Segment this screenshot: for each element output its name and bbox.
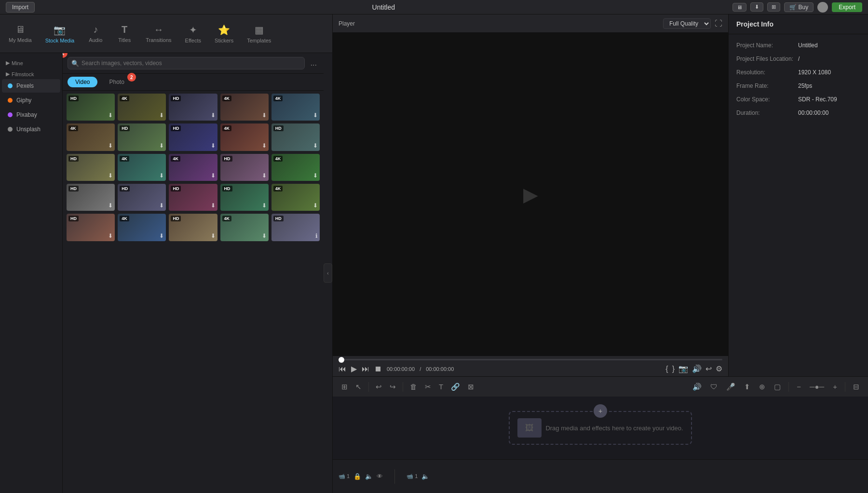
media-thumb-3[interactable]: 4K⬇ [220, 94, 269, 121]
monitor-icon-btn[interactable]: 🖥 [732, 3, 746, 12]
download-icon-20[interactable]: ⬇ [108, 233, 113, 239]
media-thumb-20[interactable]: HD⬇ [67, 214, 115, 241]
mark-out-button[interactable]: } [672, 365, 675, 373]
tool-link-button[interactable]: 🔗 [448, 381, 463, 393]
download-icon-19[interactable]: ⬇ [313, 202, 318, 209]
media-thumb-1[interactable]: 4K⬇ [118, 94, 166, 121]
media-thumb-0[interactable]: HD⬇ [67, 94, 115, 121]
sidebar-item-unsplash[interactable]: Unsplash [2, 123, 60, 136]
download-icon-13[interactable]: ⬇ [262, 172, 267, 179]
filter-tab-video[interactable]: Video [68, 77, 97, 87]
tab-effects[interactable]: ✦ Effects [178, 20, 208, 47]
media-thumb-10[interactable]: HD⬇ [67, 154, 115, 181]
download-icon-btn[interactable]: ⬇ [750, 2, 763, 12]
download-icon-23[interactable]: ⬇ [262, 233, 267, 239]
download-icon-7[interactable]: ⬇ [211, 142, 216, 149]
more-options-icon[interactable]: ... [309, 59, 319, 68]
download-icon-10[interactable]: ⬇ [108, 172, 113, 179]
audio-button[interactable]: 🔊 [692, 364, 702, 373]
media-thumb-5[interactable]: 4K⬇ [67, 123, 115, 151]
media-thumb-17[interactable]: HD⬇ [169, 184, 217, 211]
tool-view-toggle-button[interactable]: ⊟ [850, 381, 862, 393]
timeline-thumb[interactable] [339, 357, 344, 363]
sidebar-item-giphy[interactable]: Giphy [2, 94, 60, 107]
media-thumb-7[interactable]: HD⬇ [169, 123, 217, 151]
mark-in-button[interactable]: { [665, 365, 668, 373]
tool-connect-button[interactable]: ⊕ [756, 381, 768, 393]
tab-audio[interactable]: ♪ Audio [81, 20, 110, 47]
player-timeline[interactable] [339, 359, 722, 360]
play-button[interactable]: ▶ [351, 364, 357, 373]
download-icon-17[interactable]: ⬇ [211, 202, 216, 209]
grid-icon-btn[interactable]: ⊞ [767, 2, 780, 12]
download-icon-11[interactable]: ⬇ [159, 172, 164, 179]
import-button[interactable]: Import [6, 2, 35, 13]
download-icon-21[interactable]: ⬇ [159, 233, 164, 239]
tab-my-media[interactable]: 🖥 My Media [2, 20, 39, 47]
collapse-sidebar-button[interactable]: ‹ [324, 263, 332, 283]
media-thumb-23[interactable]: 4K⬇ [220, 214, 269, 241]
skip-back-button[interactable]: ⏮ [339, 365, 346, 373]
fullscreen-icon[interactable]: ⛶ [715, 19, 722, 28]
tool-overlay-button[interactable]: ⬆ [741, 381, 753, 393]
tool-zoom-out-button[interactable]: − [794, 381, 804, 393]
media-thumb-2[interactable]: HD⬇ [169, 94, 217, 121]
media-thumb-12[interactable]: 4K⬇ [169, 154, 217, 181]
tool-text-button[interactable]: T [436, 381, 446, 393]
undo-ctrl-button[interactable]: ↩ [705, 364, 712, 373]
media-thumb-18[interactable]: HD⬇ [220, 184, 269, 211]
media-thumb-6[interactable]: HD⬇ [118, 123, 166, 151]
sidebar-item-pixabay[interactable]: Pixabay [2, 108, 60, 122]
tool-undo-button[interactable]: ↩ [373, 381, 385, 393]
filter-tab-photo[interactable]: Photo 2 [101, 77, 132, 87]
download-icon-9[interactable]: ⬇ [313, 142, 318, 149]
snapshot-button[interactable]: 📷 [678, 364, 688, 373]
tool-frame-button[interactable]: ▢ [771, 381, 784, 393]
tab-templates[interactable]: ▦ Templates [240, 20, 278, 47]
download-icon-3[interactable]: ⬇ [262, 112, 267, 119]
tool-layout-button[interactable]: ⊞ [339, 381, 351, 393]
add-media-icon[interactable]: + [594, 404, 607, 418]
tool-cut-button[interactable]: ✂ [422, 381, 434, 393]
download-icon-2[interactable]: ⬇ [211, 112, 216, 119]
tool-crop-button[interactable]: ⊠ [465, 381, 477, 393]
download-icon-24[interactable]: ℹ [315, 233, 318, 239]
tool-redo-button[interactable]: ↪ [387, 381, 399, 393]
tab-titles[interactable]: T Titles [110, 20, 139, 47]
media-thumb-8[interactable]: 4K⬇ [220, 123, 269, 151]
export-button[interactable]: Export [832, 2, 862, 12]
sidebar-section-filmstock[interactable]: ▶ Filmstock [0, 68, 62, 78]
media-thumb-13[interactable]: HD⬇ [220, 154, 269, 181]
tab-transitions[interactable]: ↔ Transitions [139, 20, 178, 47]
download-icon-6[interactable]: ⬇ [159, 142, 164, 149]
media-thumb-14[interactable]: 4K⬇ [271, 154, 320, 181]
stop-button[interactable]: ⏹ [374, 365, 382, 373]
download-icon-15[interactable]: ⬇ [108, 202, 113, 209]
tool-delete-button[interactable]: 🗑 [407, 381, 420, 393]
tool-shield-button[interactable]: 🛡 [707, 381, 720, 393]
media-thumb-15[interactable]: HD⬇ [67, 184, 115, 211]
sidebar-section-mine[interactable]: ▶ Mine [0, 57, 62, 67]
download-icon-8[interactable]: ⬇ [262, 142, 267, 149]
media-thumb-16[interactable]: HD⬇ [118, 184, 166, 211]
buy-button[interactable]: 🛒 Buy [784, 2, 814, 12]
tool-magnet-button[interactable]: 🔊 [690, 381, 705, 393]
download-icon-4[interactable]: ⬇ [313, 112, 318, 119]
download-icon-22[interactable]: ⬇ [211, 233, 216, 239]
tab-stickers[interactable]: ⭐ Stickers [208, 20, 240, 47]
download-icon-5[interactable]: ⬇ [108, 142, 113, 149]
track-1-audio-icon[interactable]: 🔈 [365, 473, 373, 480]
settings-button[interactable]: ⚙ [716, 364, 722, 373]
tool-select-button[interactable]: ↖ [353, 381, 365, 393]
tool-zoom-in-button[interactable]: + [830, 381, 840, 393]
sidebar-item-pexels[interactable]: Pexels [2, 79, 60, 93]
skip-forward-button[interactable]: ⏭ [362, 365, 369, 373]
quality-select[interactable]: Full Quality 1/2 Quality 1/4 Quality [663, 18, 711, 29]
download-icon-1[interactable]: ⬇ [159, 112, 164, 119]
media-thumb-19[interactable]: 4K⬇ [271, 184, 320, 211]
media-thumb-11[interactable]: 4K⬇ [118, 154, 166, 181]
download-icon-16[interactable]: ⬇ [159, 202, 164, 209]
avatar[interactable] [817, 2, 828, 13]
download-icon-0[interactable]: ⬇ [108, 112, 113, 119]
search-input[interactable] [68, 57, 305, 69]
